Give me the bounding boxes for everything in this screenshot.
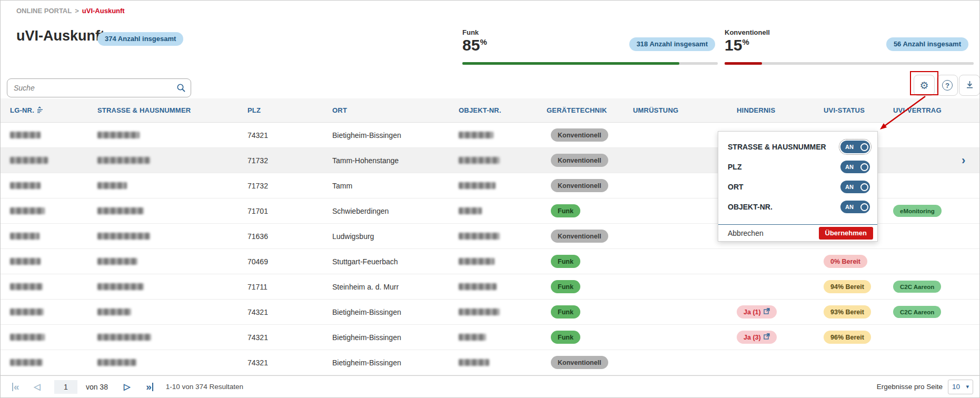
uvi-vertrag-cell: eMonitoring — [884, 198, 952, 223]
column-header-geraetetechnik[interactable]: GERÄTETECHNIK — [537, 98, 623, 122]
column-toggle-row: OBJEKT-NR.AN — [718, 197, 877, 217]
plz-cell: 70469 — [238, 249, 323, 274]
lg-nr-cell — [1, 224, 88, 248]
umruestung-cell — [623, 123, 727, 147]
redacted-value — [459, 334, 486, 341]
help-button[interactable]: ? — [937, 75, 958, 96]
download-button[interactable] — [959, 75, 980, 96]
toggle-state-label: AN — [845, 144, 860, 150]
stat-funk-progress-fill — [462, 62, 679, 65]
geraetetechnik-cell: Konventionell — [537, 173, 623, 198]
column-header-lg-nr[interactable]: LG-NR. — [1, 98, 88, 122]
total-count-badge: 374 Anzahl insgesamt — [97, 32, 183, 46]
geraetetechnik-cell: Funk — [537, 325, 623, 350]
table-row[interactable]: 74321Bietigheim-BissingenFunkJa (3)96% B… — [1, 325, 980, 350]
search-input[interactable] — [7, 78, 191, 97]
per-page-select[interactable]: 10 ▾ — [948, 380, 973, 394]
toggle-knob — [860, 143, 868, 151]
umruestung-cell — [623, 224, 727, 248]
breadcrumb-current: uVI-Auskunft — [82, 7, 125, 15]
geraetetechnik-cell: Konventionell — [537, 148, 623, 173]
umruestung-cell — [623, 173, 727, 198]
column-header-strasse[interactable]: STRASSE & HAUSNUMMER — [88, 98, 238, 122]
hindernis-cell — [727, 274, 814, 299]
column-header-umruestung[interactable]: UMRÜSTUNG — [623, 98, 727, 122]
column-header-uvi-vertrag[interactable]: UVI-VERTRAG — [884, 98, 952, 122]
redacted-value — [459, 207, 482, 214]
column-header-plz[interactable]: PLZ — [238, 98, 323, 122]
strasse-cell — [88, 325, 238, 350]
column-toggle-row: STRASSE & HAUSNUMMERAN — [718, 137, 877, 157]
first-page-icon[interactable]: « — [12, 383, 19, 391]
objekt-nr-cell — [449, 123, 537, 147]
hindernis-link-pill[interactable]: Ja (3) — [737, 331, 777, 344]
table-row[interactable]: 71711Steinheim a. d. MurrFunk94% BereitC… — [1, 274, 980, 300]
column-header-ort[interactable]: ORT — [323, 98, 449, 122]
search-icon[interactable] — [176, 83, 186, 95]
uvi-vertrag-cell — [884, 123, 952, 147]
row-detail-cell — [952, 274, 980, 299]
settings-button[interactable]: ⚙ — [914, 75, 935, 96]
umruestung-cell — [623, 249, 727, 274]
per-page-label: Ergebnisse pro Seite — [877, 383, 943, 391]
objekt-nr-cell — [449, 224, 537, 248]
table-row[interactable]: 70469Stuttgart-FeuerbachFunk0% Bereit — [1, 249, 980, 274]
table-row[interactable]: 74321Bietigheim-BissingenFunkJa (1)93% B… — [1, 300, 980, 325]
redacted-value — [97, 359, 136, 366]
column-header-spacer — [952, 98, 980, 122]
previous-page-icon[interactable]: ◁ — [34, 382, 41, 392]
column-header-hindernis[interactable]: HINDERNIS — [727, 98, 814, 122]
redacted-value — [10, 182, 41, 189]
plz-cell: 71732 — [238, 173, 323, 198]
row-detail-cell — [952, 173, 980, 198]
external-link-icon — [761, 333, 770, 341]
toggle-knob — [860, 163, 868, 171]
uvi-vertrag-cell — [884, 173, 952, 198]
row-detail-cell — [952, 224, 980, 248]
redacted-value — [459, 132, 493, 138]
redacted-value — [459, 283, 497, 290]
umruestung-cell — [623, 198, 727, 223]
strasse-cell — [88, 198, 238, 223]
current-page-input[interactable]: 1 — [54, 380, 77, 394]
plz-cell: 71732 — [238, 148, 323, 173]
last-page-icon[interactable]: » — [146, 383, 153, 391]
column-toggle-label: STRASSE & HAUSNUMMER — [728, 143, 826, 151]
uvi-auskunft-page: ONLINE PORTAL>uVI-Auskunft uVI-Auskunft … — [0, 0, 980, 398]
next-page-icon[interactable]: ▷ — [124, 382, 130, 392]
apply-button[interactable]: Übernehmen — [819, 227, 873, 240]
column-settings-popup: STRASSE & HAUSNUMMERANPLZANORTANOBJEKT-N… — [718, 131, 878, 242]
table-header: LG-NR. STRASSE & HAUSNUMMER PLZ ORT OBJE… — [1, 98, 980, 123]
ort-cell: Bietigheim-Bissingen — [323, 350, 449, 375]
stat-funk-label: Funk — [462, 28, 479, 36]
redacted-value — [10, 283, 43, 290]
cancel-button[interactable]: Abbrechen — [728, 229, 764, 237]
toggle-switch[interactable]: AN — [840, 141, 870, 153]
row-detail-cell — [952, 300, 980, 324]
table-row[interactable]: 74321Bietigheim-BissingenKonventionell — [1, 350, 980, 375]
column-header-objekt-nr[interactable]: OBJEKT-NR. — [449, 98, 537, 122]
chevron-right-icon[interactable]: › — [962, 155, 965, 166]
objekt-nr-cell — [449, 350, 537, 375]
row-detail-cell: › — [952, 148, 980, 173]
hindernis-cell: Ja (1) — [727, 300, 814, 324]
breadcrumb-separator: > — [75, 7, 79, 15]
uvi-vertrag-pill: eMonitoring — [893, 205, 942, 217]
toggle-switch[interactable]: AN — [840, 201, 870, 213]
stat-funk-count-badge: 318 Anzahl insgesamt — [629, 37, 715, 51]
hindernis-cell — [727, 350, 814, 375]
plz-cell: 71701 — [238, 198, 323, 223]
toggle-switch[interactable]: AN — [840, 181, 870, 193]
redacted-value — [459, 258, 494, 265]
column-header-uvi-status[interactable]: UVI-STATUS — [814, 98, 884, 122]
lg-nr-cell — [1, 123, 88, 147]
geraetetechnik-cell: Konventionell — [537, 224, 623, 248]
breadcrumb-root-link[interactable]: ONLINE PORTAL — [16, 7, 72, 15]
toggle-switch[interactable]: AN — [840, 161, 870, 173]
redacted-value — [459, 359, 489, 366]
hindernis-link-pill[interactable]: Ja (1) — [737, 305, 777, 319]
plz-cell: 74321 — [238, 300, 323, 324]
objekt-nr-cell — [449, 249, 537, 274]
objekt-nr-cell — [449, 325, 537, 350]
uvi-vertrag-cell: C2C Aareon — [884, 300, 952, 324]
